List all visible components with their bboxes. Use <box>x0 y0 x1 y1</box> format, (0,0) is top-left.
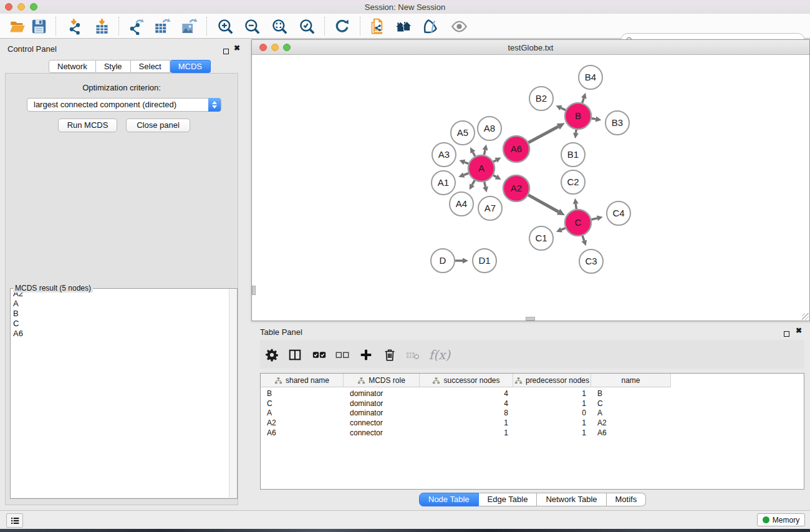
add-column-button[interactable] <box>358 347 374 363</box>
tab-motifs[interactable]: Motifs <box>607 493 647 506</box>
column-header-successor-nodes[interactable]: successor nodes <box>420 374 513 387</box>
table-cell[interactable]: 1 <box>513 418 591 428</box>
optimization-criterion-dropdown[interactable]: largest connected component (directed) <box>27 98 221 112</box>
graph-edge-B-B4[interactable] <box>582 98 584 103</box>
table-cell[interactable]: A <box>591 408 671 418</box>
column-header-name[interactable]: name <box>591 374 671 387</box>
open-session-button[interactable] <box>7 16 28 37</box>
table-cell[interactable]: 4 <box>420 399 513 409</box>
graph-edge-A-A5[interactable] <box>473 152 475 157</box>
mcds-result-item[interactable]: C <box>11 319 237 329</box>
table-cell[interactable]: A2 <box>591 418 671 428</box>
column-header-predecessor-nodes[interactable]: predecessor nodes <box>513 374 591 387</box>
show-graphics-details-button[interactable] <box>420 16 441 37</box>
close-panel-button[interactable]: Close panel <box>126 118 190 132</box>
table-row[interactable]: Bdominator41B <box>261 389 671 399</box>
table-cell[interactable]: 1 <box>420 418 513 428</box>
table-cell[interactable]: A6 <box>261 428 344 438</box>
import-network-button[interactable] <box>64 16 85 37</box>
mcds-result-item[interactable]: B <box>11 309 237 319</box>
table-cell[interactable]: B <box>261 389 344 399</box>
table-cell[interactable]: A <box>261 408 344 418</box>
deselect-all-button[interactable] <box>334 347 350 363</box>
zoom-selected-button[interactable] <box>296 16 317 37</box>
graph-edge-A-A7[interactable] <box>485 181 486 186</box>
table-cell[interactable]: 1 <box>513 399 591 409</box>
run-mcds-button[interactable]: Run MCDS <box>58 118 117 132</box>
table-cell[interactable]: B <box>591 389 671 399</box>
export-image-button[interactable] <box>178 16 200 37</box>
graph-edge-A-A6[interactable] <box>493 160 496 162</box>
table-row[interactable]: A6connector11A6 <box>261 428 671 438</box>
mcds-result-item[interactable]: A <box>11 299 237 309</box>
tab-node-table[interactable]: Node Table <box>419 493 479 506</box>
tab-select[interactable]: Select <box>131 60 170 73</box>
table-cell[interactable]: C <box>261 399 344 409</box>
refresh-view-button[interactable] <box>331 16 352 37</box>
network-canvas[interactable]: B4B2BB3A5A8A6B1A3AC2A1A2A4A7C4CC1C3DD1 <box>252 55 809 321</box>
table-float-icon[interactable] <box>784 328 789 339</box>
graph-edge-A-A2[interactable] <box>493 175 496 177</box>
table-close-icon[interactable]: ✖ <box>796 327 802 334</box>
memory-button[interactable]: Memory <box>757 513 805 526</box>
graph-edge-C-C2[interactable] <box>576 204 576 209</box>
zoom-in-button[interactable] <box>215 16 236 37</box>
mcds-result-scrollbar[interactable] <box>229 289 237 498</box>
horizontal-scrollbar-thumb[interactable] <box>526 317 535 321</box>
table-cell[interactable]: dominator <box>344 408 420 418</box>
table-cell[interactable]: connector <box>344 428 420 438</box>
columns-button[interactable] <box>287 347 303 363</box>
mcds-result-item[interactable]: A6 <box>11 329 237 339</box>
close-panel-icon[interactable]: ✖ <box>234 45 240 51</box>
table-cell[interactable]: connector <box>344 418 420 428</box>
settings-button[interactable] <box>264 347 280 363</box>
graph-edge-C-C3[interactable] <box>582 236 584 241</box>
column-header-MCDS-role[interactable]: MCDS role <box>344 374 420 387</box>
zoom-fit-button[interactable] <box>269 16 290 37</box>
toggle-bird-view-button[interactable] <box>448 16 470 37</box>
table-cell[interactable]: 1 <box>513 389 591 399</box>
float-panel-icon[interactable] <box>223 46 229 57</box>
zoom-out-button[interactable] <box>241 16 263 37</box>
tab-network-table[interactable]: Network Table <box>537 493 606 506</box>
table-cell[interactable]: 0 <box>513 408 591 418</box>
home-button[interactable] <box>393 16 414 37</box>
graph-edge-B-B1[interactable] <box>576 130 576 133</box>
table-row[interactable]: A2connector11A2 <box>261 418 671 428</box>
select-all-button[interactable] <box>311 347 327 363</box>
network-from-file-button[interactable] <box>367 16 388 37</box>
graph-edge-A-A4[interactable] <box>472 180 475 185</box>
table-cell[interactable]: C <box>591 399 671 409</box>
resize-grip[interactable] <box>802 313 809 320</box>
table-cell[interactable]: 1 <box>420 428 513 438</box>
export-table-button[interactable] <box>152 16 173 37</box>
delete-rows-button[interactable] <box>382 347 398 363</box>
table-cell[interactable]: 1 <box>513 428 591 438</box>
graph-edge-A-A3[interactable] <box>465 162 468 163</box>
table-cell[interactable]: A6 <box>591 428 671 438</box>
graph-edge-C-C1[interactable] <box>561 228 566 230</box>
tab-edge-table[interactable]: Edge Table <box>479 493 538 506</box>
graph-edge-C-C4[interactable] <box>591 218 597 220</box>
import-table-button[interactable] <box>91 16 112 37</box>
tab-style[interactable]: Style <box>96 60 131 73</box>
save-session-button[interactable] <box>28 16 49 37</box>
graph-edge-B-B2[interactable] <box>561 108 566 110</box>
graph-edge-A2-C[interactable] <box>528 195 558 212</box>
export-network-button[interactable] <box>125 16 147 37</box>
vertical-scrollbar-thumb[interactable] <box>252 286 256 295</box>
table-row[interactable]: Cdominator41C <box>261 399 671 409</box>
table-cell[interactable]: 8 <box>420 408 513 418</box>
table-cell[interactable]: A2 <box>261 418 344 428</box>
tab-network[interactable]: Network <box>49 60 96 73</box>
graph-edge-B-B3[interactable] <box>592 118 596 119</box>
graph-edge-A-A1[interactable] <box>464 173 469 175</box>
graph-edge-A-A8[interactable] <box>484 150 485 155</box>
table-cell[interactable]: 4 <box>420 389 513 399</box>
column-header-shared-name[interactable]: shared name <box>261 374 344 387</box>
tab-mcds[interactable]: MCDS <box>170 60 211 73</box>
table-row[interactable]: Adominator80A <box>261 408 671 418</box>
table-cell[interactable]: dominator <box>344 399 420 409</box>
graph-edge-A6-B[interactable] <box>528 127 558 143</box>
task-history-button[interactable] <box>6 513 23 528</box>
